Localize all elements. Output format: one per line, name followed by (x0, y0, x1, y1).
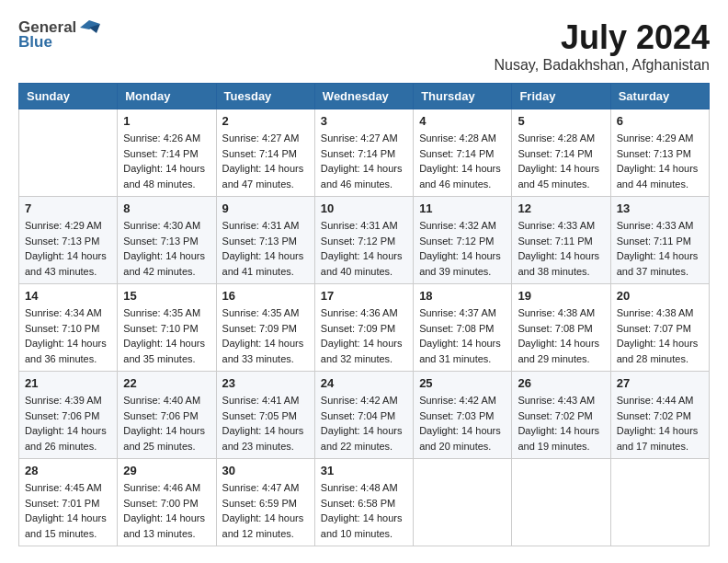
day-number: 29 (123, 464, 210, 477)
day-number: 5 (518, 114, 604, 128)
day-number: 19 (518, 289, 604, 303)
day-info: Sunrise: 4:37 AMSunset: 7:08 PMDaylight:… (419, 305, 506, 366)
day-info: Sunrise: 4:31 AMSunset: 7:13 PMDaylight:… (222, 218, 309, 279)
calendar-cell: 29Sunrise: 4:46 AMSunset: 7:00 PMDayligh… (118, 459, 216, 546)
day-info: Sunrise: 4:40 AMSunset: 7:06 PMDaylight:… (123, 393, 210, 454)
day-number: 15 (123, 289, 210, 303)
calendar-cell: 13Sunrise: 4:33 AMSunset: 7:11 PMDayligh… (610, 197, 709, 284)
calendar-cell: 16Sunrise: 4:35 AMSunset: 7:09 PMDayligh… (216, 284, 314, 372)
calendar-week-1: 1Sunrise: 4:26 AMSunset: 7:14 PMDaylight… (19, 109, 710, 197)
calendar-cell: 23Sunrise: 4:41 AMSunset: 7:05 PMDayligh… (216, 372, 314, 459)
day-number: 30 (222, 464, 309, 477)
day-info: Sunrise: 4:47 AMSunset: 6:59 PMDaylight:… (222, 480, 309, 541)
day-number: 9 (222, 201, 309, 215)
calendar-header-row: SundayMondayTuesdayWednesdayThursdayFrid… (19, 84, 710, 109)
day-header-wednesday: Wednesday (314, 84, 413, 109)
day-number: 27 (617, 376, 703, 390)
calendar-week-3: 14Sunrise: 4:34 AMSunset: 7:10 PMDayligh… (19, 284, 710, 372)
calendar-week-2: 7Sunrise: 4:29 AMSunset: 7:13 PMDaylight… (19, 197, 710, 284)
day-info: Sunrise: 4:44 AMSunset: 7:02 PMDaylight:… (617, 393, 703, 454)
day-number: 8 (123, 201, 210, 215)
day-number: 3 (321, 114, 407, 128)
day-info: Sunrise: 4:26 AMSunset: 7:14 PMDaylight:… (123, 131, 210, 191)
title-section: July 2024 Nusay, Badakhshan, Afghanistan (494, 18, 710, 74)
day-info: Sunrise: 4:38 AMSunset: 7:08 PMDaylight:… (518, 305, 604, 366)
calendar-cell: 12Sunrise: 4:33 AMSunset: 7:11 PMDayligh… (512, 197, 610, 284)
day-number: 22 (123, 376, 210, 390)
month-year-title: July 2024 (494, 18, 710, 57)
day-number: 18 (419, 289, 506, 303)
day-number: 26 (518, 376, 604, 390)
day-number: 20 (617, 289, 703, 303)
day-info: Sunrise: 4:34 AMSunset: 7:10 PMDaylight:… (25, 305, 111, 366)
calendar-cell: 15Sunrise: 4:35 AMSunset: 7:10 PMDayligh… (118, 284, 216, 372)
day-info: Sunrise: 4:35 AMSunset: 7:10 PMDaylight:… (123, 305, 210, 366)
day-number: 24 (321, 376, 407, 390)
calendar-cell: 17Sunrise: 4:36 AMSunset: 7:09 PMDayligh… (314, 284, 413, 372)
logo-bird-icon (80, 20, 100, 35)
calendar-cell: 14Sunrise: 4:34 AMSunset: 7:10 PMDayligh… (19, 284, 118, 372)
day-number: 7 (25, 201, 111, 215)
day-header-saturday: Saturday (610, 84, 709, 109)
calendar-cell: 10Sunrise: 4:31 AMSunset: 7:12 PMDayligh… (314, 197, 413, 284)
day-info: Sunrise: 4:45 AMSunset: 7:01 PMDaylight:… (25, 480, 111, 541)
day-number: 17 (321, 289, 407, 303)
calendar-cell: 9Sunrise: 4:31 AMSunset: 7:13 PMDaylight… (216, 197, 314, 284)
calendar-cell: 24Sunrise: 4:42 AMSunset: 7:04 PMDayligh… (314, 372, 413, 459)
calendar-cell: 27Sunrise: 4:44 AMSunset: 7:02 PMDayligh… (610, 372, 709, 459)
page-header: General Blue July 2024 Nusay, Badakhshan… (18, 18, 710, 74)
calendar-cell: 21Sunrise: 4:39 AMSunset: 7:06 PMDayligh… (19, 372, 118, 459)
day-number: 13 (617, 201, 703, 215)
calendar-cell: 18Sunrise: 4:37 AMSunset: 7:08 PMDayligh… (414, 284, 512, 372)
logo: General Blue (18, 18, 100, 52)
calendar-cell: 7Sunrise: 4:29 AMSunset: 7:13 PMDaylight… (19, 197, 118, 284)
day-number: 2 (222, 114, 309, 128)
day-number: 4 (419, 114, 506, 128)
location-subtitle: Nusay, Badakhshan, Afghanistan (494, 57, 710, 74)
calendar-cell: 5Sunrise: 4:28 AMSunset: 7:14 PMDaylight… (512, 109, 610, 197)
calendar-cell: 11Sunrise: 4:32 AMSunset: 7:12 PMDayligh… (414, 197, 512, 284)
calendar-cell: 22Sunrise: 4:40 AMSunset: 7:06 PMDayligh… (118, 372, 216, 459)
calendar-table: SundayMondayTuesdayWednesdayThursdayFrid… (18, 83, 710, 546)
calendar-cell: 26Sunrise: 4:43 AMSunset: 7:02 PMDayligh… (512, 372, 610, 459)
day-header-thursday: Thursday (414, 84, 512, 109)
calendar-cell: 2Sunrise: 4:27 AMSunset: 7:14 PMDaylight… (216, 109, 314, 197)
calendar-cell: 1Sunrise: 4:26 AMSunset: 7:14 PMDaylight… (118, 109, 216, 197)
day-info: Sunrise: 4:33 AMSunset: 7:11 PMDaylight:… (518, 218, 604, 279)
day-info: Sunrise: 4:30 AMSunset: 7:13 PMDaylight:… (123, 218, 210, 279)
day-number: 25 (419, 376, 506, 390)
calendar-cell: 4Sunrise: 4:28 AMSunset: 7:14 PMDaylight… (414, 109, 512, 197)
day-number: 23 (222, 376, 309, 390)
day-number: 31 (321, 464, 407, 477)
calendar-week-5: 28Sunrise: 4:45 AMSunset: 7:01 PMDayligh… (19, 459, 710, 546)
day-number: 10 (321, 201, 407, 215)
day-header-sunday: Sunday (19, 84, 118, 109)
day-number: 21 (25, 376, 111, 390)
day-header-friday: Friday (512, 84, 610, 109)
day-number: 14 (25, 289, 111, 303)
day-info: Sunrise: 4:41 AMSunset: 7:05 PMDaylight:… (222, 393, 309, 454)
day-info: Sunrise: 4:31 AMSunset: 7:12 PMDaylight:… (321, 218, 407, 279)
day-number: 12 (518, 201, 604, 215)
day-number: 16 (222, 289, 309, 303)
day-number: 28 (25, 464, 111, 477)
calendar-cell: 8Sunrise: 4:30 AMSunset: 7:13 PMDaylight… (118, 197, 216, 284)
day-info: Sunrise: 4:33 AMSunset: 7:11 PMDaylight:… (617, 218, 703, 279)
day-info: Sunrise: 4:42 AMSunset: 7:03 PMDaylight:… (419, 393, 506, 454)
day-info: Sunrise: 4:42 AMSunset: 7:04 PMDaylight:… (321, 393, 407, 454)
day-info: Sunrise: 4:38 AMSunset: 7:07 PMDaylight:… (617, 305, 703, 366)
calendar-cell: 20Sunrise: 4:38 AMSunset: 7:07 PMDayligh… (610, 284, 709, 372)
day-info: Sunrise: 4:48 AMSunset: 6:58 PMDaylight:… (321, 480, 407, 541)
day-info: Sunrise: 4:29 AMSunset: 7:13 PMDaylight:… (25, 218, 111, 279)
day-number: 11 (419, 201, 506, 215)
calendar-cell: 25Sunrise: 4:42 AMSunset: 7:03 PMDayligh… (414, 372, 512, 459)
day-info: Sunrise: 4:27 AMSunset: 7:14 PMDaylight:… (222, 131, 309, 191)
logo-blue-text: Blue (18, 33, 52, 52)
day-info: Sunrise: 4:39 AMSunset: 7:06 PMDaylight:… (25, 393, 111, 454)
calendar-week-4: 21Sunrise: 4:39 AMSunset: 7:06 PMDayligh… (19, 372, 710, 459)
day-info: Sunrise: 4:27 AMSunset: 7:14 PMDaylight:… (321, 131, 407, 191)
day-info: Sunrise: 4:35 AMSunset: 7:09 PMDaylight:… (222, 305, 309, 366)
calendar-cell: 30Sunrise: 4:47 AMSunset: 6:59 PMDayligh… (216, 459, 314, 546)
day-info: Sunrise: 4:28 AMSunset: 7:14 PMDaylight:… (419, 131, 506, 191)
day-info: Sunrise: 4:36 AMSunset: 7:09 PMDaylight:… (321, 305, 407, 366)
